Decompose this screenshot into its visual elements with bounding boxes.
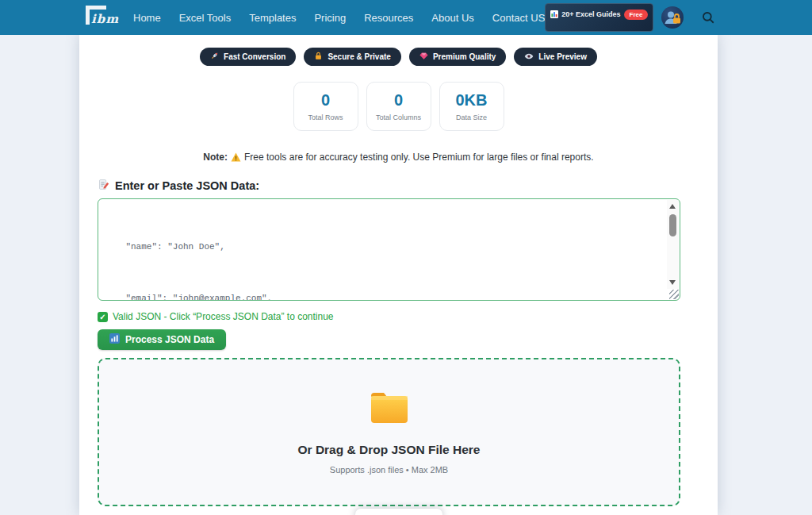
main-content: Fast Conversion Secure & Private Premium… [79, 35, 718, 515]
scroll-up-arrow-icon[interactable] [669, 204, 676, 209]
dropzone-title: Or Drag & Drop JSON File Here [298, 443, 481, 457]
file-dropzone[interactable]: Or Drag & Drop JSON File Here Supports .… [98, 358, 680, 506]
stats-row: 0 Total Rows 0 Total Columns 0KB Data Si… [79, 82, 718, 131]
free-badge: Free [624, 10, 649, 20]
stat-label: Total Columns [376, 113, 421, 121]
editor-scrollbar[interactable] [667, 200, 679, 289]
editor-label: Enter or Paste JSON Data: [98, 179, 718, 193]
nav-item-about-us[interactable]: About Us [431, 12, 473, 24]
badge-label: Live Preview [538, 52, 587, 61]
nav-item-excel-tools[interactable]: Excel Tools [179, 12, 232, 24]
next-section-peek [355, 509, 442, 515]
stat-value: 0 [321, 92, 330, 108]
logo-text: ibm [91, 12, 119, 26]
eye-icon [524, 52, 534, 63]
gem-icon [419, 52, 428, 62]
folder-icon [369, 390, 410, 429]
scrollbar-thumb[interactable] [669, 214, 676, 236]
main-navigation: Home Excel Tools Templates Pricing Resou… [133, 12, 545, 24]
json-line: "name": "John Doe", [105, 239, 664, 256]
badge-label: Secure & Private [327, 52, 391, 61]
promo-line1: 20+ Excel Guides Free [550, 7, 648, 21]
scroll-down-arrow-icon[interactable] [669, 280, 676, 285]
search-icon[interactable] [701, 10, 715, 25]
json-input-content: "name": "John Doe", "email": "john@examp… [105, 205, 664, 301]
stat-data-size: 0KB Data Size [439, 82, 504, 131]
validation-message: ✓ Valid JSON - Click “Process JSON Data”… [98, 311, 718, 322]
note-banner: Note:Free tools are for accuracy testing… [79, 152, 718, 163]
nav-item-pricing[interactable]: Pricing [314, 12, 346, 24]
bar-chart-icon [109, 333, 120, 346]
stat-value: 0KB [455, 92, 487, 108]
stat-value: 0 [394, 92, 403, 108]
feature-badges: Fast Conversion Secure & Private Premium… [79, 35, 718, 66]
bar-chart-icon [550, 7, 558, 21]
process-json-button[interactable]: Process JSON Data [98, 329, 226, 350]
json-line: "email": "john@example.com", [105, 290, 664, 302]
nav-item-resources[interactable]: Resources [364, 12, 413, 24]
promo-banner[interactable]: 20+ Excel Guides Free Free Self-Paced Gu… [545, 3, 653, 32]
badge-secure-private: Secure & Private [304, 48, 401, 66]
top-navbar: ibm Home Excel Tools Templates Pricing R… [0, 0, 812, 35]
site-logo[interactable]: ibm [84, 4, 121, 31]
resize-grip[interactable] [669, 290, 679, 299]
badge-live-preview: Live Preview [514, 48, 597, 66]
badge-fast-conversion: Fast Conversion [200, 48, 296, 66]
nav-item-templates[interactable]: Templates [249, 12, 296, 24]
rocket-icon [210, 52, 219, 62]
stat-label: Total Rows [308, 113, 343, 121]
note-prefix: Note: [203, 152, 228, 163]
validation-text: Valid JSON - Click “Process JSON Data” t… [113, 311, 334, 322]
json-input[interactable]: "name": "John Doe", "email": "john@examp… [98, 198, 680, 301]
badge-label: Fast Conversion [224, 52, 285, 61]
nav-item-home[interactable]: Home [133, 12, 161, 24]
dropzone-subtitle: Supports .json files • Max 2MB [330, 465, 448, 475]
stat-label: Data Size [456, 113, 487, 121]
stat-total-columns: 0 Total Columns [366, 82, 431, 131]
user-lock-icon[interactable] [661, 6, 684, 29]
nav-item-contact-us[interactable]: Contact US [492, 12, 545, 24]
warning-icon [231, 152, 244, 163]
badge-label: Premium Quality [433, 52, 496, 61]
checked-checkbox-icon: ✓ [98, 312, 108, 322]
promo-title: 20+ Excel Guides [561, 10, 620, 18]
promo-line2-clipped: Free Self-Paced Guides [550, 21, 648, 26]
badge-premium-quality: Premium Quality [409, 48, 506, 66]
stat-total-rows: 0 Total Rows [293, 82, 358, 131]
lock-icon [314, 52, 323, 62]
note-text: Free tools are for accuracy testing only… [244, 152, 594, 163]
memo-pencil-icon [98, 179, 109, 193]
